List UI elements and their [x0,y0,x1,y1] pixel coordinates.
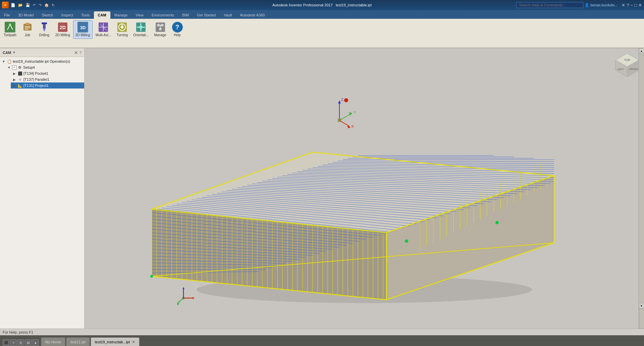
layout-button[interactable]: ▤ [25,339,32,346]
tab-file[interactable]: File [0,11,14,19]
tile-horizontal-button[interactable]: ≡ [10,339,17,346]
project1-expander[interactable]: ▶ [12,83,17,88]
model-canvas: Z Y X [85,48,644,329]
drilling-icon [39,22,50,33]
2dmilling-button[interactable]: 2D 2D Milling [53,20,72,39]
tile-vertical-button[interactable]: ||| [17,339,24,346]
tab-manage[interactable]: Manage [110,11,132,19]
tab-bar-icons: ⬛ ≡ ||| ▤ ▲ [1,339,40,346]
ribbon-toolbar: Toolpath Job Drilling [0,19,644,48]
tab-getstarted[interactable]: Get Started [193,11,220,19]
tab-sketch[interactable]: Sketch [38,11,57,19]
tree-parallel1[interactable]: ▶ ≡ [T137] Parallel1 [11,76,84,82]
search-input[interactable] [516,2,583,8]
tab-list: My Home test11.ipt test19_instructab...i… [41,337,140,346]
panel-dropdown-arrow[interactable]: ▼ [12,51,16,54]
multiaxis-button[interactable]: Multi-Axi... [93,20,114,39]
redo-button[interactable]: ↷ [38,2,42,8]
viewport[interactable]: Z Y X [85,48,644,329]
minimize-button[interactable]: − [631,3,633,8]
job-icon [22,22,33,33]
panel-title: CAM [3,51,11,55]
pocket1-expander[interactable]: ▶ [12,71,17,76]
project1-label: [T131] Project1 [23,83,49,88]
tab-tools[interactable]: Tools [77,11,94,19]
tree-pocket1[interactable]: ▶ ⬛ [T134] Pocket1 [11,70,84,76]
svg-point-25 [139,25,143,29]
view-options-button[interactable] [639,308,644,329]
tree-root-label: test19_instructable.ipt Operation(s) [13,59,70,63]
update-button[interactable]: ↻ [51,2,55,8]
parallel1-label: [T137] Parallel1 [23,77,49,81]
tab-test11[interactable]: test11.ipt [66,337,90,346]
main-area: CAM ▼ ✕ ? ▼ 📋 test19_instructable.ipt Op… [0,48,644,329]
parallel1-expander[interactable]: ▶ [12,77,17,82]
manage-ribbon-label: Manage [154,33,166,37]
tab-cam[interactable]: CAM [94,11,110,19]
svg-marker-8 [43,28,46,32]
tree-project1[interactable]: ▶ 📐 [T131] Project1 [11,82,84,89]
svg-text:X: X [351,124,354,128]
restore-button[interactable]: □ [634,3,637,8]
new-button[interactable]: 📄 [10,2,16,8]
help-ribbon-button[interactable]: ? Help [169,20,185,39]
tab-bar: ⬛ ≡ ||| ▤ ▲ My Home test11.ipt test19_in… [0,335,644,346]
scroll-up-button[interactable]: ▲ [639,48,644,54]
setup4-expander[interactable]: ▼ [7,65,11,70]
tree-setup4[interactable]: ▼ ⚙ Setup4 [5,64,84,70]
save-button[interactable]: 💾 [25,2,31,8]
undo-button[interactable]: ↶ [32,2,37,8]
ribbon-tab-bar: File 3D Model Sketch Inspect Tools CAM M… [0,10,644,19]
myhome-tab-label: My Home [45,340,61,344]
scroll-down-button[interactable]: ▼ [639,303,644,308]
svg-rect-184 [338,119,341,122]
3dmilling-button[interactable]: 3D 3D Milling [73,20,93,39]
tree-root-item[interactable]: ▼ 📋 test19_instructable.ipt Operation(s) [0,58,84,64]
open-button[interactable]: 📂 [17,2,23,8]
username-label: benas.burdulis... [591,3,618,7]
title-bar: A 📄 📂 💾 ↶ ↷ 🏠 ↻ Autodesk Inventor Profes… [0,0,644,10]
svg-rect-3 [25,23,30,25]
pocket-icon: ⬛ [17,71,23,76]
setup4-checkbox[interactable] [12,65,16,70]
panel-help-button[interactable]: ? [79,51,82,55]
drilling-button[interactable]: Drilling [36,20,52,39]
toolpath-label: Toolpath [4,33,16,37]
3dmilling-icon: 3D [77,22,88,33]
tab-test19[interactable]: test19_instructab...ipt ✕ [91,337,140,346]
panel-close-button[interactable]: ✕ [74,50,78,55]
tab-environments[interactable]: Environments [148,11,178,19]
window-close-button[interactable]: ✕ [638,3,642,8]
tab-autodeskA360[interactable]: Autodesk A360 [236,11,269,19]
left-panel: CAM ▼ ✕ ? ▼ 📋 test19_instructable.ipt Op… [0,48,85,329]
document-icon: 📋 [7,59,12,64]
tab-inspect[interactable]: Inspect [57,11,77,19]
tab-myhome[interactable]: My Home [41,337,65,346]
close-icon[interactable]: ✕ [622,3,625,8]
tree-panel: ▼ 📋 test19_instructable.ipt Operation(s)… [0,57,84,329]
scroll-tab-left[interactable]: ▲ [32,339,39,346]
tree-root-expander[interactable]: ▼ [1,59,6,64]
tab-bim[interactable]: BIM [178,11,193,19]
tab-vault[interactable]: Vault [220,11,236,19]
help-button[interactable]: ? [627,3,629,8]
3dmilling-label: 3D Milling [75,33,90,37]
manage-ribbon-button[interactable]: Manage [152,20,168,39]
job-label: Job [25,33,30,37]
parallel-icon: ≡ [17,77,23,82]
setup-icon: ⚙ [17,65,22,70]
orientation-button[interactable]: Orientati... [131,20,151,39]
svg-text:2D: 2D [60,25,66,30]
tab-view[interactable]: View [131,11,148,19]
job-button[interactable]: Job [19,20,36,39]
view-cube[interactable]: TOP LEFT FRONT [614,52,641,78]
multiaxis-icon [98,22,109,33]
2dmilling-icon: 2D [57,22,68,33]
tab-3dmodel[interactable]: 3D Model [14,11,38,19]
new-window-button[interactable]: ⬛ [3,339,9,346]
test19-tab-close[interactable]: ✕ [132,340,135,344]
turning-button[interactable]: Turning [114,20,130,39]
svg-text:3D: 3D [80,25,86,30]
home-button[interactable]: 🏠 [44,2,50,8]
toolpath-button[interactable]: Toolpath [1,20,19,39]
